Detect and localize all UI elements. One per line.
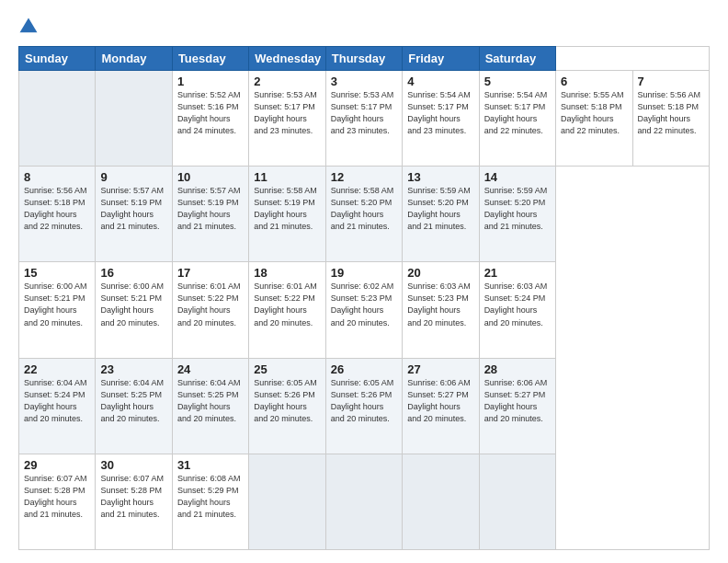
day-number: 6 — [561, 75, 627, 88]
calendar-week-row: 8Sunrise: 5:56 AMSunset: 5:18 PMDaylight… — [19, 167, 710, 262]
calendar-day-cell: 1Sunrise: 5:52 AMSunset: 5:16 PMDaylight… — [172, 71, 248, 167]
day-number: 26 — [331, 362, 397, 376]
calendar-day-cell: 6Sunrise: 5:55 AMSunset: 5:18 PMDaylight… — [556, 71, 632, 167]
day-info: Sunrise: 5:52 AMSunset: 5:16 PMDaylight … — [177, 89, 244, 137]
day-info: Sunrise: 6:06 AMSunset: 5:27 PMDaylight … — [484, 377, 551, 425]
calendar-day-cell — [403, 454, 479, 549]
day-number: 13 — [407, 170, 473, 184]
calendar-header-sunday: Sunday — [19, 47, 96, 71]
day-info: Sunrise: 5:57 AMSunset: 5:19 PMDaylight … — [177, 185, 244, 233]
logo-icon — [18, 17, 39, 37]
header — [18, 17, 710, 37]
day-info: Sunrise: 5:59 AMSunset: 5:20 PMDaylight … — [484, 185, 551, 233]
day-info: Sunrise: 6:05 AMSunset: 5:26 PMDaylight … — [331, 377, 397, 425]
calendar: SundayMondayTuesdayWednesdayThursdayFrid… — [18, 46, 710, 550]
calendar-body: 1Sunrise: 5:52 AMSunset: 5:16 PMDaylight… — [19, 71, 710, 550]
day-number: 17 — [177, 266, 244, 280]
calendar-day-cell: 28Sunrise: 6:06 AMSunset: 5:27 PMDayligh… — [479, 358, 555, 454]
calendar-day-cell: 16Sunrise: 6:00 AMSunset: 5:21 PMDayligh… — [96, 262, 172, 358]
day-info: Sunrise: 5:58 AMSunset: 5:20 PMDaylight … — [331, 185, 397, 233]
day-info: Sunrise: 6:04 AMSunset: 5:25 PMDaylight … — [100, 377, 166, 425]
day-info: Sunrise: 6:00 AMSunset: 5:21 PMDaylight … — [100, 281, 166, 328]
day-number: 14 — [484, 170, 551, 184]
svg-marker-0 — [20, 18, 38, 33]
day-number: 25 — [254, 362, 320, 376]
calendar-day-cell: 14Sunrise: 5:59 AMSunset: 5:20 PMDayligh… — [479, 167, 555, 262]
day-info: Sunrise: 6:08 AMSunset: 5:29 PMDaylight … — [177, 473, 244, 521]
day-info: Sunrise: 6:07 AMSunset: 5:28 PMDaylight … — [100, 473, 166, 521]
day-info: Sunrise: 6:02 AMSunset: 5:23 PMDaylight … — [331, 281, 397, 328]
calendar-day-cell: 23Sunrise: 6:04 AMSunset: 5:25 PMDayligh… — [96, 358, 172, 454]
day-info: Sunrise: 5:55 AMSunset: 5:18 PMDaylight … — [561, 89, 627, 137]
day-number: 27 — [407, 362, 473, 376]
day-info: Sunrise: 6:07 AMSunset: 5:28 PMDaylight … — [24, 473, 90, 521]
day-number: 31 — [177, 458, 244, 472]
day-number: 18 — [254, 266, 320, 280]
calendar-day-cell — [249, 454, 325, 549]
calendar-header-monday: Monday — [96, 47, 172, 71]
day-info: Sunrise: 5:53 AMSunset: 5:17 PMDaylight … — [331, 89, 397, 137]
day-number: 24 — [177, 362, 244, 376]
calendar-day-cell: 19Sunrise: 6:02 AMSunset: 5:23 PMDayligh… — [325, 262, 402, 358]
day-number: 21 — [484, 266, 551, 280]
day-info: Sunrise: 5:54 AMSunset: 5:17 PMDaylight … — [407, 89, 473, 137]
day-info: Sunrise: 6:04 AMSunset: 5:25 PMDaylight … — [177, 377, 244, 425]
calendar-day-cell: 8Sunrise: 5:56 AMSunset: 5:18 PMDaylight… — [19, 167, 96, 262]
day-info: Sunrise: 6:00 AMSunset: 5:21 PMDaylight … — [24, 281, 90, 328]
calendar-day-cell: 18Sunrise: 6:01 AMSunset: 5:22 PMDayligh… — [249, 262, 325, 358]
calendar-week-row: 29Sunrise: 6:07 AMSunset: 5:28 PMDayligh… — [19, 454, 710, 549]
day-info: Sunrise: 6:06 AMSunset: 5:27 PMDaylight … — [407, 377, 473, 425]
calendar-day-cell: 26Sunrise: 6:05 AMSunset: 5:26 PMDayligh… — [325, 358, 402, 454]
day-info: Sunrise: 5:56 AMSunset: 5:18 PMDaylight … — [24, 185, 90, 233]
calendar-day-cell: 11Sunrise: 5:58 AMSunset: 5:19 PMDayligh… — [249, 167, 325, 262]
day-number: 4 — [407, 75, 473, 88]
calendar-day-cell: 9Sunrise: 5:57 AMSunset: 5:19 PMDaylight… — [96, 167, 172, 262]
page: SundayMondayTuesdayWednesdayThursdayFrid… — [0, 0, 728, 563]
calendar-header-thursday: Thursday — [325, 47, 402, 71]
day-number: 9 — [100, 170, 166, 184]
day-number: 28 — [484, 362, 551, 376]
day-number: 15 — [24, 266, 90, 280]
day-number: 22 — [24, 362, 90, 376]
day-number: 19 — [331, 266, 397, 280]
calendar-day-cell: 12Sunrise: 5:58 AMSunset: 5:20 PMDayligh… — [325, 167, 402, 262]
calendar-week-row: 15Sunrise: 6:00 AMSunset: 5:21 PMDayligh… — [19, 262, 710, 358]
day-info: Sunrise: 6:01 AMSunset: 5:22 PMDaylight … — [254, 281, 320, 328]
calendar-day-cell — [479, 454, 555, 549]
logo — [18, 17, 42, 37]
calendar-week-row: 22Sunrise: 6:04 AMSunset: 5:24 PMDayligh… — [19, 358, 710, 454]
day-number: 11 — [254, 170, 320, 184]
calendar-header-wednesday: Wednesday — [249, 47, 325, 71]
calendar-day-cell: 17Sunrise: 6:01 AMSunset: 5:22 PMDayligh… — [172, 262, 248, 358]
calendar-day-cell: 20Sunrise: 6:03 AMSunset: 5:23 PMDayligh… — [403, 262, 479, 358]
day-number: 1 — [177, 75, 244, 88]
calendar-day-cell: 22Sunrise: 6:04 AMSunset: 5:24 PMDayligh… — [19, 358, 96, 454]
day-number: 7 — [638, 75, 705, 88]
day-number: 2 — [254, 75, 320, 88]
day-number: 10 — [177, 170, 244, 184]
calendar-header-tuesday: Tuesday — [172, 47, 248, 71]
day-number: 8 — [24, 170, 90, 184]
day-number: 29 — [24, 458, 90, 472]
calendar-day-cell: 10Sunrise: 5:57 AMSunset: 5:19 PMDayligh… — [172, 167, 248, 262]
day-number: 23 — [100, 362, 166, 376]
day-info: Sunrise: 6:03 AMSunset: 5:23 PMDaylight … — [407, 281, 473, 328]
calendar-day-cell: 2Sunrise: 5:53 AMSunset: 5:17 PMDaylight… — [249, 71, 325, 167]
calendar-day-cell — [325, 454, 402, 549]
calendar-header-friday: Friday — [403, 47, 479, 71]
calendar-day-cell: 29Sunrise: 6:07 AMSunset: 5:28 PMDayligh… — [19, 454, 96, 549]
calendar-day-cell: 13Sunrise: 5:59 AMSunset: 5:20 PMDayligh… — [403, 167, 479, 262]
day-info: Sunrise: 6:04 AMSunset: 5:24 PMDaylight … — [24, 377, 90, 425]
day-info: Sunrise: 6:01 AMSunset: 5:22 PMDaylight … — [177, 281, 244, 328]
day-info: Sunrise: 5:53 AMSunset: 5:17 PMDaylight … — [254, 89, 320, 137]
calendar-header-saturday: Saturday — [479, 47, 555, 71]
calendar-day-cell: 30Sunrise: 6:07 AMSunset: 5:28 PMDayligh… — [96, 454, 172, 549]
day-info: Sunrise: 5:54 AMSunset: 5:17 PMDaylight … — [484, 89, 551, 137]
calendar-day-cell: 25Sunrise: 6:05 AMSunset: 5:26 PMDayligh… — [249, 358, 325, 454]
calendar-day-cell: 15Sunrise: 6:00 AMSunset: 5:21 PMDayligh… — [19, 262, 96, 358]
calendar-header-row: SundayMondayTuesdayWednesdayThursdayFrid… — [19, 47, 710, 71]
calendar-day-cell: 27Sunrise: 6:06 AMSunset: 5:27 PMDayligh… — [403, 358, 479, 454]
day-info: Sunrise: 5:56 AMSunset: 5:18 PMDaylight … — [638, 89, 705, 137]
day-number: 30 — [100, 458, 166, 472]
calendar-day-cell: 7Sunrise: 5:56 AMSunset: 5:18 PMDaylight… — [632, 71, 710, 167]
